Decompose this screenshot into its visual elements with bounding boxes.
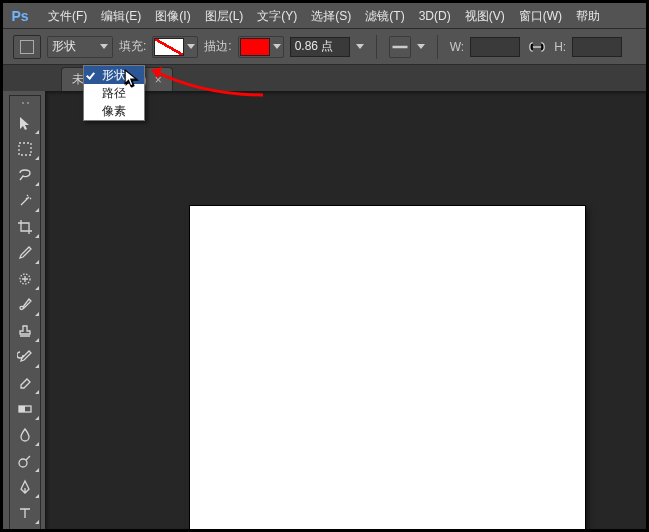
height-field[interactable] — [572, 37, 622, 57]
chevron-down-icon[interactable] — [356, 44, 364, 49]
wand-tool[interactable] — [10, 189, 40, 213]
menu-select[interactable]: 选择(S) — [304, 3, 358, 29]
shape-mode-menu: 形状 路径 像素 — [83, 65, 145, 121]
stroke-color-icon — [240, 38, 270, 56]
stroke-width-field[interactable] — [290, 37, 350, 57]
shape-mode-option-path[interactable]: 路径 — [84, 84, 144, 102]
menu-3d[interactable]: 3D(D) — [412, 3, 458, 29]
width-label: W: — [450, 40, 464, 54]
eraser-tool[interactable] — [10, 371, 40, 395]
menu-file[interactable]: 文件(F) — [41, 3, 94, 29]
width-field[interactable] — [470, 37, 520, 57]
check-icon — [88, 68, 98, 78]
eyedropper-tool[interactable] — [10, 241, 40, 265]
shape-mode-option-shape[interactable]: 形状 — [84, 66, 144, 84]
history-brush-tool[interactable] — [10, 345, 40, 369]
stamp-tool[interactable] — [10, 319, 40, 343]
fill-swatch[interactable] — [152, 36, 198, 58]
marquee-tool[interactable] — [10, 137, 40, 161]
option-label: 形状 — [102, 68, 126, 82]
chevron-down-icon — [186, 44, 196, 49]
tools-panel — [9, 95, 41, 531]
link-wh-icon[interactable] — [526, 36, 548, 58]
stroke-label: 描边: — [204, 38, 231, 55]
tool-preset-button[interactable] — [13, 35, 41, 59]
app-logo: Ps — [9, 6, 31, 26]
stroke-style-button[interactable] — [389, 36, 411, 58]
menu-bar: Ps 文件(F) 编辑(E) 图像(I) 图层(L) 文字(Y) 选择(S) 滤… — [3, 3, 646, 29]
shape-mode-dropdown[interactable]: 形状 — [47, 36, 113, 58]
move-tool[interactable] — [10, 111, 40, 135]
fill-none-icon — [154, 38, 184, 56]
dodge-tool[interactable] — [10, 449, 40, 473]
menu-layer[interactable]: 图层(L) — [198, 3, 251, 29]
options-bar: 形状 填充: 描边: W: H: — [3, 29, 646, 65]
canvas-workspace — [45, 91, 646, 529]
app-frame: Ps 文件(F) 编辑(E) 图像(I) 图层(L) 文字(Y) 选择(S) 滤… — [0, 0, 649, 532]
menu-edit[interactable]: 编辑(E) — [94, 3, 148, 29]
divider — [376, 35, 377, 59]
menu-help[interactable]: 帮助 — [569, 3, 607, 29]
stroke-swatch[interactable] — [238, 36, 284, 58]
option-label: 像素 — [102, 104, 126, 118]
type-tool[interactable] — [10, 501, 40, 525]
svg-rect-4 — [19, 406, 25, 412]
crop-tool[interactable] — [10, 215, 40, 239]
divider — [437, 35, 438, 59]
document-canvas[interactable] — [190, 206, 585, 532]
blur-tool[interactable] — [10, 423, 40, 447]
shape-mode-option-pixels[interactable]: 像素 — [84, 102, 144, 120]
shape-mode-value: 形状 — [52, 38, 76, 55]
lasso-tool[interactable] — [10, 163, 40, 187]
menu-image[interactable]: 图像(I) — [148, 3, 197, 29]
option-label: 路径 — [102, 86, 126, 100]
close-icon[interactable]: × — [155, 73, 162, 87]
panel-grip-icon[interactable] — [10, 99, 40, 107]
menu-filter[interactable]: 滤镜(T) — [358, 3, 411, 29]
rect-icon — [20, 40, 34, 54]
svg-rect-1 — [19, 143, 31, 155]
height-label: H: — [554, 40, 566, 54]
brush-tool[interactable] — [10, 293, 40, 317]
fill-label: 填充: — [119, 38, 146, 55]
menu-type[interactable]: 文字(Y) — [250, 3, 304, 29]
chevron-down-icon — [272, 44, 282, 49]
spot-heal-tool[interactable] — [10, 267, 40, 291]
pen-tool[interactable] — [10, 475, 40, 499]
menu-view[interactable]: 视图(V) — [458, 3, 512, 29]
menu-window[interactable]: 窗口(W) — [512, 3, 569, 29]
chevron-down-icon[interactable] — [417, 44, 425, 49]
gradient-tool[interactable] — [10, 397, 40, 421]
chevron-down-icon — [100, 44, 108, 49]
svg-point-5 — [19, 459, 27, 467]
